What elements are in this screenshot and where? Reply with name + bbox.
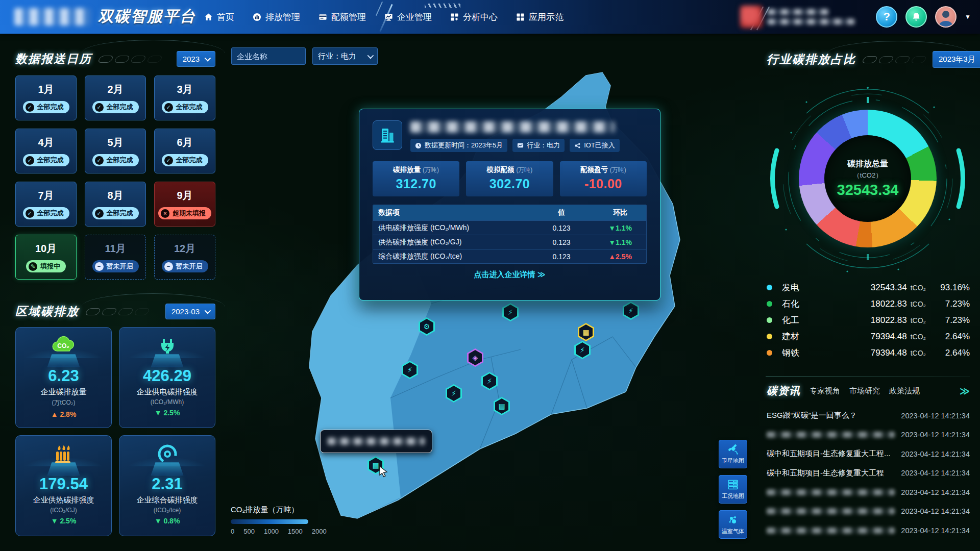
industry-filter-select[interactable]: 行业：电力 [312,47,378,65]
top-nav-bar: 双碳智服平台 首页 排放管理 配额管理 企业管理 分 [0,0,980,34]
legend-row-building[interactable]: 建材 79394.48tCO₂ 2.64% [767,331,970,342]
month-card-may[interactable]: 5月 全部完成 [85,129,146,173]
bell-icon [911,12,921,22]
month-card-jul[interactable]: 7月 全部完成 [15,182,77,227]
news-tab-expert[interactable]: 专家视角 [810,386,840,396]
news-item-blurred[interactable]: 2023-04-12 14:21:34 [767,521,970,540]
nav-item-analysis[interactable]: 分析中心 [450,11,498,23]
industry-period-dropdown[interactable]: 2023年3月 [933,51,980,68]
stat-quota: 模拟配额 (万吨) 302.70 [466,161,553,196]
delta-down: ▼ 0.8% [155,517,180,525]
company-name-input[interactable] [231,47,306,65]
legend-row-chemical[interactable]: 化工 18022.83tCO₂ 7.23% [767,314,970,326]
legend-dot [767,317,772,323]
trend-down: ▼1.1% [594,221,646,235]
month-card-mar[interactable]: 3月 全部完成 [154,76,215,120]
calendar-year-dropdown[interactable]: 2023 [177,51,215,67]
legend-row-power[interactable]: 发电 32543.34tCO₂ 93.16% [767,282,970,293]
news-more-arrow[interactable]: ≫ [960,385,970,397]
user-avatar[interactable] [935,6,957,28]
user-menu-caret[interactable]: ▼ [965,13,971,20]
industry-title: 行业碳排放占比 [767,52,856,67]
legend-dot [767,334,772,339]
status-badge: 全部完成 [162,154,208,166]
apps-grid-icon [516,13,525,21]
check-circle-icon [26,103,34,112]
greenhouse-gas-button[interactable]: 温室气体 [719,510,747,539]
nav-item-home[interactable]: 首页 [204,11,234,23]
legend-dot [767,350,772,356]
status-badge: 全部完成 [162,101,208,113]
check-circle-icon [26,209,34,218]
org-logo-blurred [740,6,763,28]
month-card-sep[interactable]: 9月 超期未填报 [154,182,215,227]
nav-item-emissions[interactable]: 排放管理 [253,11,300,23]
main-nav: 首页 排放管理 配额管理 企业管理 分析中心 应用示范 [204,0,564,34]
region-period-dropdown[interactable]: 2023-03 [165,304,215,319]
news-tab-market[interactable]: 市场研究 [849,386,880,396]
table-header-row: 数据项 值 环比 [373,205,646,220]
help-button[interactable]: ? [876,6,897,28]
month-card-apr[interactable]: 4月 全部完成 [15,129,77,173]
metric-card-composite-intensity: 2.31 企业综合碳排强度 (tCO₂/tce) ▼ 0.8% [119,435,215,536]
delta-down: ▼ 2.5% [51,517,77,525]
nav-item-demos[interactable]: 应用示范 [516,11,564,23]
month-card-jan[interactable]: 1月 全部完成 [15,76,77,120]
person-silhouette [936,7,955,27]
news-title-blurred [767,508,895,514]
status-badge-overdue: 超期未填报 [158,207,211,219]
legend-dot [767,301,772,307]
month-card-feb[interactable]: 2月 全部完成 [85,76,146,120]
metric-card-emissions: CO₂ 6.23 企业碳排放量 (万tCO₂) ▲ 2.8% [15,327,112,428]
status-badge: 全部完成 [92,154,139,166]
month-card-dec[interactable]: 12月 暂未开启 [154,235,215,280]
delta-up: ▲ 2.8% [51,410,77,418]
table-row: 供热碳排放强度 (tCO₂/GJ) 0.123 ▼1.1% [373,235,646,249]
month-card-oct[interactable]: 10月 填报中 [15,235,77,280]
news-item-blurred[interactable]: 2023-04-12 14:21:34 [767,483,970,502]
news-tab-policy[interactable]: 政策法规 [889,386,920,396]
month-card-aug[interactable]: 8月 全部完成 [85,182,146,227]
dashboard: 双碳智服平台 首页 排放管理 配额管理 企业管理 分 [0,0,980,551]
popup-header: 数据更新时间：2023年5月 行业：电力 IOT已接入 [373,120,647,152]
operations-map-button[interactable]: 工况地图 [719,475,747,504]
gauge-icon [156,443,179,465]
check-circle-icon [95,156,104,165]
region-title: 区域碳排放 [15,304,79,319]
plug-icon [156,335,179,357]
satellite-map-button[interactable]: 卫星地图 [719,440,747,468]
status-badge: 全部完成 [23,207,69,219]
status-badge: 全部完成 [92,207,139,219]
brand-title: 双碳智服平台 [98,6,196,27]
card-icon [318,13,327,21]
month-card-jun[interactable]: 6月 全部完成 [154,129,215,173]
news-item[interactable]: 碳中和五期项目-生态修复重大工程... 2023-04-12 14:21:34 [767,444,970,464]
notifications-button[interactable] [905,6,927,28]
news-item-blurred[interactable]: 2023-04-12 14:21:34 [767,425,970,445]
company-name-blurred [328,438,425,445]
document-icon: ▤ [498,402,505,410]
lightning-icon: ⚡ [628,307,633,315]
lightning-icon: ⚡ [407,366,412,374]
news-title-blurred [767,432,895,438]
tag-update-time: 数据更新时间：2023年5月 [410,139,507,152]
enter-company-detail-link[interactable]: 点击进入企业详情 ≫ [474,270,546,279]
home-icon [204,13,213,21]
company-detail-popup: 数据更新时间：2023年5月 行业：电力 IOT已接入 碳排放量 (万吨) 31… [359,109,660,300]
news-item-blurred[interactable]: 2023-04-12 14:21:34 [767,502,970,521]
news-list: ESG跟“双碳”是一回事么？ 2023-04-12 14:21:34 2023-… [767,406,970,540]
trend-up: ▲2.5% [594,249,646,263]
month-card-nov[interactable]: 11月 暂未开启 [85,235,146,280]
clock-icon [415,142,422,149]
nav-item-enterprise[interactable]: 企业管理 [384,11,432,23]
legend-row-steel[interactable]: 钢铁 79394.48tCO₂ 2.64% [767,347,970,359]
news-title-blurred [767,528,895,534]
legend-row-petrochem[interactable]: 石化 18022.83tCO₂ 7.23% [767,298,970,310]
nav-item-quota[interactable]: 配额管理 [318,11,366,23]
news-item[interactable]: 碳中和五期项目-生态修复重大工程 2023-04-12 14:21:34 [767,464,970,483]
bar-chart-icon [253,13,261,21]
trend-down: ▼1.1% [594,235,646,249]
map-legend-title: CO₂排放量（万吨） [231,505,327,515]
tag-iot: IOT已接入 [570,139,620,152]
news-item[interactable]: ESG跟“双碳”是一回事么？ 2023-04-12 14:21:34 [767,406,970,425]
